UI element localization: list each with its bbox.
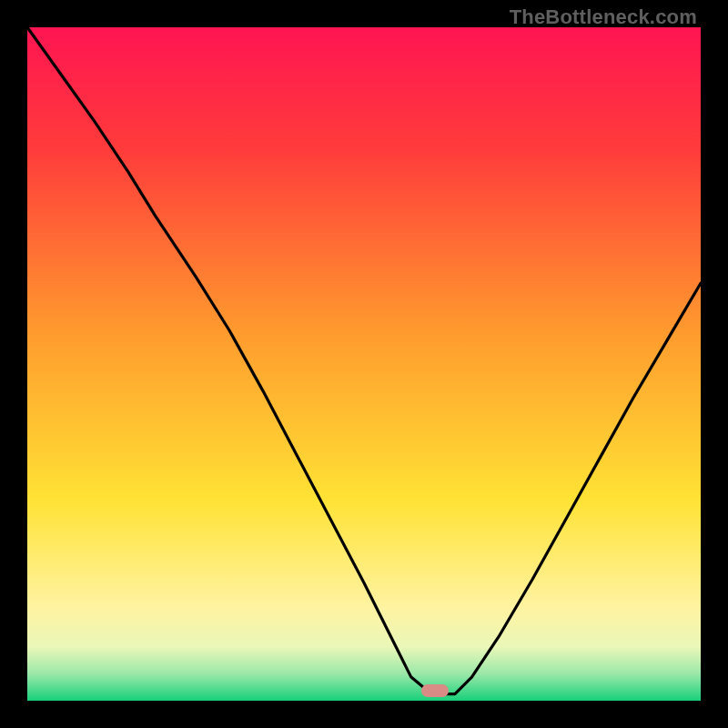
optimal-marker bbox=[421, 684, 449, 697]
heat-gradient bbox=[27, 27, 701, 701]
watermark-label: TheBottleneck.com bbox=[510, 5, 697, 29]
plot-area bbox=[27, 27, 701, 701]
chart-frame: TheBottleneck.com bbox=[0, 0, 728, 728]
